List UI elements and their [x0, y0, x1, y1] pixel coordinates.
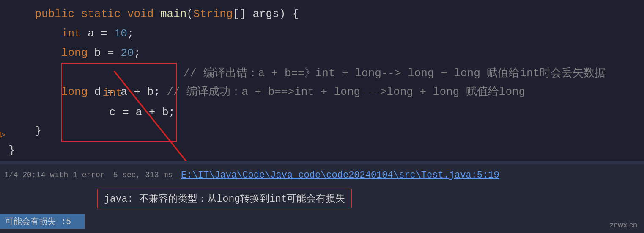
bottom-panel: 1/4 20:14 with 1 error 5 sec, 313 ms E:\…: [0, 164, 644, 233]
build-status: 1/4 20:14 with 1 error: [4, 171, 113, 179]
code-line-1: public static void main ( String [] args…: [0, 4, 644, 24]
file-link[interactable]: E:\IT\Java\Code\Java_code\code20240104\s…: [181, 170, 499, 180]
code-line-4: int c = a + b; // 编译出错：a + b==》int + lon…: [0, 63, 644, 82]
watermark: znwx.cn: [610, 221, 637, 230]
bottom-error-row: java: 不兼容的类型：从long转换到int可能会有损失: [0, 186, 644, 211]
error-list-item[interactable]: 可能会有损失 :5: [0, 214, 85, 229]
build-time: 5 sec, 313 ms: [113, 171, 181, 179]
code-editor: public static void main ( String [] args…: [0, 0, 644, 161]
code-line-2: int a = 10 ;: [0, 24, 644, 43]
panel-divider: [0, 161, 644, 164]
bottom-status-row: 1/4 20:14 with 1 error 5 sec, 313 ms E:\…: [0, 164, 644, 186]
code-line-3: long b = 20 ;: [0, 43, 644, 63]
error-message-box: java: 不兼容的类型：从long转换到int可能会有损失: [97, 189, 352, 208]
gutter-icon: ▷: [0, 125, 5, 145]
code-line-8: }: [0, 141, 644, 160]
code-line-7: ▷ }: [0, 121, 644, 141]
